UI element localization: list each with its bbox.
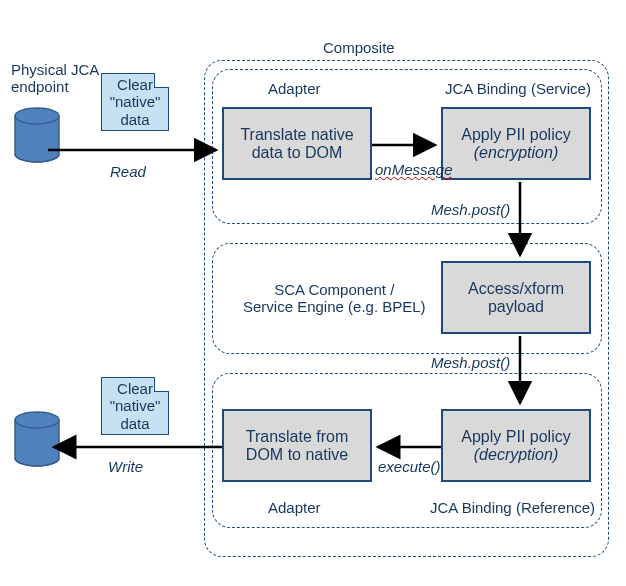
translate-from-dom-box: Translate from DOM to native (222, 409, 372, 482)
jca-service-label: JCA Binding (Service) (445, 80, 591, 97)
translate-to-dom-text: Translate native data to DOM (228, 126, 366, 162)
database-icon-bottom (11, 408, 71, 488)
note-bottom: Clear "native" data (101, 377, 169, 435)
translate-to-dom-box: Translate native data to DOM (222, 107, 372, 180)
execute-label: execute() (378, 458, 441, 475)
svg-point-1 (15, 412, 59, 428)
adapter-bottom-label: Adapter (268, 499, 321, 516)
mesh-post2-label: Mesh.post() (431, 354, 510, 371)
access-xform-text: Access/xform payload (447, 280, 585, 316)
onmessage-label: onMessage (375, 161, 453, 178)
jca-reference-label: JCA Binding (Reference) (430, 499, 595, 516)
write-label: Write (108, 458, 143, 475)
svg-point-0 (15, 108, 59, 124)
diagram-stage: Composite Physical JCA endpoint Adapter … (0, 0, 626, 586)
apply-decryption-box: Apply PII policy (decryption) (441, 409, 591, 482)
access-xform-box: Access/xform payload (441, 261, 591, 334)
adapter-top-label: Adapter (268, 80, 321, 97)
apply-dec-text: Apply PII policy (461, 428, 570, 446)
mesh-post1-label: Mesh.post() (431, 201, 510, 218)
sca-component-label: SCA Component / Service Engine (e.g. BPE… (243, 281, 426, 315)
composite-label: Composite (323, 39, 395, 56)
read-label: Read (110, 163, 146, 180)
apply-dec-sub: (decryption) (474, 446, 558, 464)
endpoint-label: Physical JCA endpoint (11, 61, 99, 95)
translate-from-dom-text: Translate from DOM to native (228, 428, 366, 464)
database-icon-top (11, 104, 71, 184)
apply-encryption-box: Apply PII policy (encryption) (441, 107, 591, 180)
note-top: Clear "native" data (101, 73, 169, 131)
apply-enc-sub: (encryption) (474, 144, 558, 162)
apply-enc-text: Apply PII policy (461, 126, 570, 144)
